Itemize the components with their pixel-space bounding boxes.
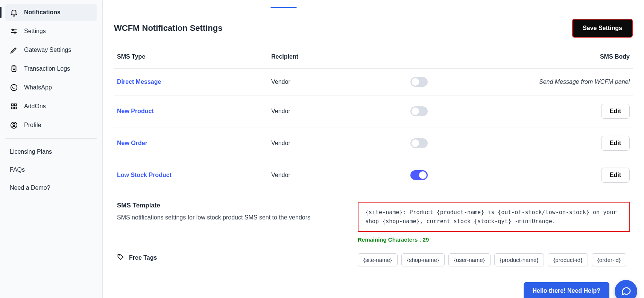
sidebar-item-label: Settings	[24, 28, 46, 35]
sidebar-item-notifications[interactable]: Notifications	[5, 4, 97, 21]
toggle-switch[interactable]	[410, 138, 428, 148]
remaining-characters: Remaining Characters : 29	[358, 236, 630, 243]
grid-icon	[10, 102, 18, 110]
svg-point-14	[119, 255, 120, 256]
column-header-sms-type: SMS Type	[117, 53, 271, 60]
svg-point-7	[11, 85, 17, 91]
svg-rect-10	[11, 107, 13, 109]
page-title: WCFM Notification Settings	[114, 23, 222, 33]
bell-icon	[10, 8, 18, 17]
svg-rect-8	[11, 104, 13, 106]
table-row: New Product Vendor Edit	[114, 95, 633, 127]
sidebar-item-transaction-logs[interactable]: Transaction Logs	[5, 60, 97, 77]
sidebar-item-label: Notifications	[24, 9, 61, 16]
sidebar-item-label: Transaction Logs	[24, 65, 70, 72]
sidebar-link-licensing-plans[interactable]: Licensing Plans	[5, 144, 97, 160]
edit-button[interactable]: Edit	[601, 168, 630, 183]
svg-point-3	[14, 32, 16, 33]
sidebar-link-need-demo[interactable]: Need a Demo?	[5, 180, 97, 196]
table-header-row: SMS Type Recipient SMS Body	[114, 45, 633, 69]
recipient-cell: Vendor	[271, 108, 410, 115]
tag-chip[interactable]: {site-name}	[358, 253, 398, 266]
tag-chip[interactable]: {shop-name}	[401, 253, 445, 266]
svg-point-13	[13, 123, 15, 126]
sms-type-link[interactable]: Low Stock Product	[117, 172, 172, 178]
whatsapp-icon	[10, 83, 18, 92]
toggle-switch[interactable]	[410, 77, 428, 87]
sms-template-textarea[interactable]: {site-name}: Product {product-name} is {…	[358, 202, 630, 232]
svg-point-1	[12, 29, 14, 31]
recipient-cell: Vendor	[271, 172, 410, 178]
sidebar-item-gateway-settings[interactable]: Gateway Settings	[5, 41, 97, 59]
notification-table: SMS Type Recipient SMS Body Direct Messa…	[114, 45, 633, 191]
chat-icon	[620, 285, 632, 298]
recipient-cell: Vendor	[271, 79, 410, 85]
sidebar-link-faqs[interactable]: FAQs	[5, 162, 97, 178]
main-content: WCFM Notification Settings Save Settings…	[103, 0, 644, 298]
svg-rect-9	[15, 104, 17, 106]
sms-template-title: SMS Template	[117, 202, 343, 209]
chat-fab[interactable]	[615, 280, 637, 298]
sms-template-description: SMS notifications settings for low stock…	[117, 213, 343, 222]
table-row: Low Stock Product Vendor Edit	[114, 159, 633, 191]
toggle-switch[interactable]	[410, 170, 428, 180]
sms-type-link[interactable]: New Order	[117, 140, 147, 146]
help-bar[interactable]: Hello there! Need Help?	[524, 282, 609, 298]
column-header-recipient: Recipient	[271, 53, 410, 60]
tag-chip[interactable]: {product-id}	[548, 253, 588, 266]
sliders-icon	[10, 27, 18, 35]
sidebar-item-label: Profile	[24, 122, 41, 129]
free-tags-section: Free Tags {site-name} {shop-name} {user-…	[114, 243, 633, 278]
save-settings-button[interactable]: Save Settings	[572, 19, 633, 38]
sidebar-item-whatsapp[interactable]: WhatsApp	[5, 79, 97, 96]
sidebar-item-profile[interactable]: Profile	[5, 116, 97, 134]
sidebar-divider	[5, 138, 97, 139]
tag-chip[interactable]: {user-name}	[448, 253, 491, 266]
sidebar-item-settings[interactable]: Settings	[5, 23, 97, 40]
tag-chip[interactable]: {product-name}	[494, 253, 544, 266]
sidebar-item-label: WhatsApp	[24, 84, 52, 91]
toggle-switch[interactable]	[410, 106, 428, 116]
sidebar-item-label: AddOns	[24, 103, 46, 110]
user-circle-icon	[10, 121, 18, 129]
sms-type-link[interactable]: Direct Message	[117, 79, 161, 85]
tag-icon	[117, 253, 125, 262]
tab-indicator	[114, 0, 633, 8]
edit-button[interactable]: Edit	[601, 136, 630, 151]
sms-body-note: Send Message from WCFM panel	[539, 79, 630, 85]
clipboard-icon	[10, 65, 18, 73]
sidebar-item-addons[interactable]: AddOns	[5, 98, 97, 115]
sms-template-section: SMS Template SMS notifications settings …	[114, 191, 633, 243]
svg-rect-11	[15, 107, 17, 109]
edit-button[interactable]: Edit	[601, 104, 630, 119]
table-row: New Order Vendor Edit	[114, 127, 633, 159]
column-header-sms-body: SMS Body	[471, 53, 630, 60]
table-row: Direct Message Vendor Send Message from …	[114, 69, 633, 95]
sms-type-link[interactable]: New Product	[117, 108, 154, 114]
pen-icon	[10, 46, 18, 54]
page-header: WCFM Notification Settings Save Settings	[114, 15, 633, 45]
svg-rect-4	[12, 66, 16, 72]
tag-chip[interactable]: {order-id}	[592, 253, 626, 266]
sidebar: Notifications Settings Gateway Settings …	[0, 0, 103, 298]
free-tags-label: Free Tags	[129, 254, 157, 261]
recipient-cell: Vendor	[271, 140, 410, 147]
sidebar-item-label: Gateway Settings	[24, 47, 71, 53]
free-tags-list: {site-name} {shop-name} {user-name} {pro…	[358, 253, 630, 266]
